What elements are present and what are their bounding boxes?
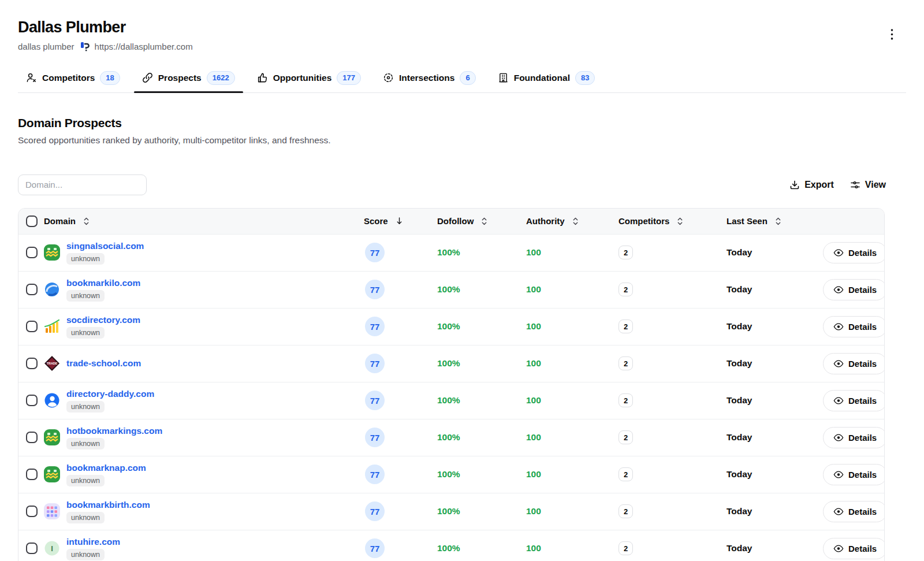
domain-link[interactable]: socdirectory.com [66, 315, 140, 325]
eye-icon [833, 397, 844, 404]
dofollow-value: 100% [437, 469, 460, 479]
competitors-count-badge: 2 [619, 430, 633, 444]
eye-icon [833, 249, 844, 257]
table-row: directory-daddy.com unknown 77 100% 100 … [18, 382, 884, 419]
authority-value: 100 [526, 321, 541, 331]
category-badge: unknown [66, 327, 105, 339]
dofollow-value: 100% [437, 321, 460, 331]
column-header-last-seen[interactable]: Last Seen [726, 216, 884, 226]
competitors-count-badge: 2 [619, 356, 633, 370]
competitors-count-badge: 2 [619, 467, 633, 481]
score-badge: 77 [365, 354, 385, 373]
pixel-grid-favicon [44, 503, 60, 519]
domain-link[interactable]: bookmarkbirth.com [66, 500, 150, 510]
select-all-checkbox[interactable] [26, 216, 38, 227]
link-icon [142, 72, 153, 83]
row-checkbox[interactable] [26, 543, 38, 554]
category-badge: unknown [66, 549, 105, 560]
sliders-icon [850, 180, 860, 190]
tab-opportunities[interactable]: Opportunities 177 [249, 65, 369, 92]
authority-value: 100 [526, 284, 541, 294]
project-url[interactable]: https://dallasplumber.com [95, 42, 193, 51]
competitors-count-badge: 2 [619, 319, 633, 333]
export-button[interactable]: Export [789, 180, 834, 190]
column-header-competitors[interactable]: Competitors [619, 216, 726, 226]
column-header-domain[interactable]: Domain [44, 216, 364, 226]
eye-icon [833, 323, 844, 330]
dofollow-value: 100% [437, 247, 460, 257]
column-header-score[interactable]: Score [364, 216, 437, 226]
competitors-count-badge: 2 [619, 283, 633, 296]
eye-icon [833, 360, 844, 367]
tab-count-badge: 18 [100, 71, 120, 85]
tab-count-badge: 177 [337, 71, 361, 85]
details-button[interactable]: Details [823, 316, 885, 337]
category-badge: unknown [66, 512, 105, 523]
details-button[interactable]: Details [823, 427, 885, 448]
details-button[interactable]: Details [823, 242, 885, 263]
domain-link[interactable]: bookmarknap.com [66, 463, 146, 473]
table-row: singnalsocial.com unknown 77 100% 100 2 … [18, 234, 884, 271]
dofollow-value: 100% [437, 395, 460, 405]
domain-link[interactable]: directory-daddy.com [66, 389, 154, 399]
details-button[interactable]: Details [823, 538, 885, 559]
domain-link[interactable]: singnalsocial.com [66, 241, 144, 251]
row-checkbox[interactable] [26, 506, 38, 517]
details-button[interactable]: Details [823, 353, 885, 374]
table-body: singnalsocial.com unknown 77 100% 100 2 … [18, 234, 884, 561]
tab-prospects[interactable]: Prospects 1622 [134, 65, 243, 92]
dofollow-value: 100% [437, 284, 460, 294]
project-keyword: dallas plumber [18, 42, 74, 51]
sort-both-icon [83, 217, 90, 226]
table-header-row: Domain Score Dofollow Authority [18, 209, 884, 234]
download-icon [789, 180, 800, 190]
score-badge: 77 [365, 391, 385, 410]
competitors-count-badge: 2 [619, 246, 633, 259]
category-badge: unknown [66, 438, 105, 449]
domain-link[interactable]: bookmarkilo.com [66, 278, 140, 288]
trade-badge-favicon: TRADE [44, 355, 60, 371]
row-checkbox[interactable] [26, 358, 38, 369]
last-seen-value: Today [726, 284, 752, 294]
domain-link[interactable]: hotbookmarkings.com [66, 426, 162, 436]
view-button[interactable]: View [850, 180, 886, 190]
details-button[interactable]: Details [823, 464, 885, 485]
tab-competitors[interactable]: Competitors 18 [18, 65, 128, 92]
domain-search-input[interactable] [18, 174, 147, 195]
tab-foundational[interactable]: Foundational 83 [490, 65, 603, 92]
bar-chart-favicon [44, 318, 60, 335]
prospects-table: Domain Score Dofollow Authority [18, 208, 885, 561]
sort-both-icon [572, 217, 579, 226]
table-row: I intuhire.com unknown 77 100% 100 2 Tod… [18, 530, 884, 561]
tab-count-badge: 1622 [207, 71, 235, 85]
column-header-authority[interactable]: Authority [526, 216, 619, 226]
domain-link[interactable]: trade-school.com [66, 358, 141, 369]
row-checkbox[interactable] [26, 321, 38, 332]
domain-link[interactable]: intuhire.com [66, 537, 120, 547]
score-badge: 77 [365, 280, 385, 299]
column-header-dofollow[interactable]: Dofollow [437, 216, 526, 226]
tabs: Competitors 18 Prospects 1622 Opportunit… [18, 65, 906, 93]
eye-icon [833, 471, 844, 478]
details-button[interactable]: Details [823, 501, 885, 522]
site-favicon-icon [80, 42, 90, 51]
section-subtitle: Scored opportunities ranked by authority… [18, 135, 906, 146]
row-checkbox[interactable] [26, 247, 38, 258]
competitors-count-badge: 2 [619, 541, 633, 555]
details-button[interactable]: Details [823, 390, 885, 411]
tab-intersections[interactable]: Intersections 6 [375, 65, 484, 92]
row-checkbox[interactable] [26, 284, 38, 295]
authority-value: 100 [526, 358, 541, 368]
row-checkbox[interactable] [26, 432, 38, 443]
score-badge: 77 [365, 317, 385, 336]
row-checkbox[interactable] [26, 469, 38, 480]
letter-i-favicon: I [44, 540, 60, 556]
score-badge: 77 [365, 501, 385, 521]
table-row: bookmarkilo.com unknown 77 100% 100 2 To… [18, 271, 884, 308]
details-button[interactable]: Details [823, 279, 885, 300]
row-checkbox[interactable] [26, 395, 38, 406]
page-title: Dallas Plumber [18, 18, 193, 36]
kebab-menu-icon[interactable] [891, 29, 893, 40]
dofollow-value: 100% [437, 358, 460, 368]
score-badge: 77 [365, 538, 385, 558]
